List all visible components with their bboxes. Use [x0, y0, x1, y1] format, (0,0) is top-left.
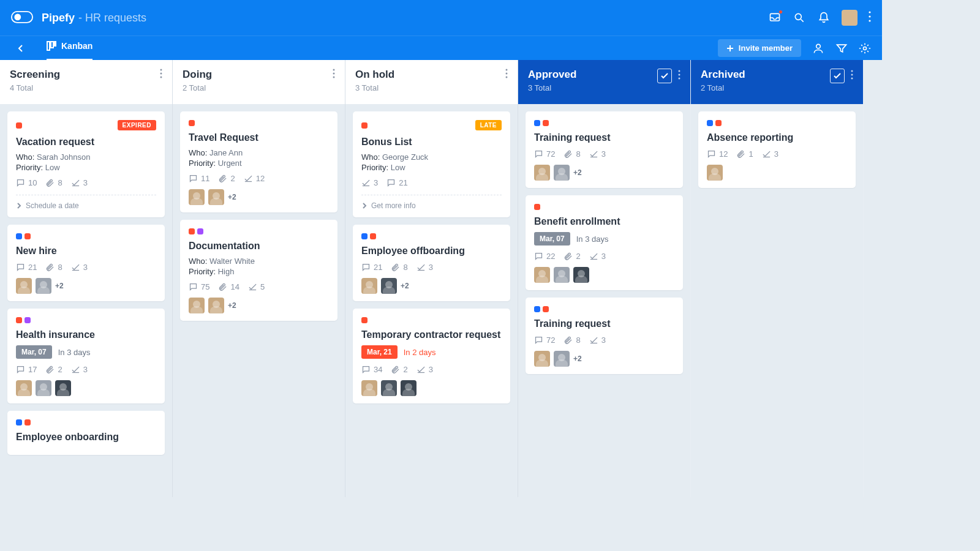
stat-checks: 3: [71, 263, 88, 272]
avatar-stack: +2: [189, 298, 329, 313]
card-labels: [16, 317, 156, 323]
card-stats: 3423: [361, 365, 502, 374]
card-field: Priority: Low: [16, 163, 156, 172]
stat-attachments: 8: [45, 178, 62, 187]
settings-icon[interactable]: [859, 42, 871, 54]
avatar-stack: [16, 380, 156, 396]
stat-checks: 3: [361, 178, 378, 187]
pipe-name: - HR requests: [78, 12, 146, 24]
card-title: Employee offboarding: [361, 246, 502, 257]
card-stats: 2183: [16, 263, 156, 272]
svg-point-24: [851, 70, 853, 72]
stat-comments: 75: [189, 282, 209, 291]
card[interactable]: DocumentationWho: Walter WhitePriority: …: [180, 220, 337, 321]
card[interactable]: Training request7283+2: [526, 298, 683, 374]
card-labels: [534, 120, 674, 126]
card-title: Training request: [534, 318, 674, 329]
svg-point-10: [816, 44, 821, 48]
card[interactable]: Travel RequestWho: Jane AnnPriority: Urg…: [180, 111, 337, 212]
view-tab-label: Kanban: [61, 41, 92, 51]
svg-point-22: [679, 74, 680, 76]
stat-checks: 3: [589, 149, 606, 159]
avatar-stack: +2: [361, 278, 502, 294]
card[interactable]: Benefit enrollmentMar, 07In 3 days2223: [526, 195, 683, 290]
column-header: Approved 3 Total: [518, 60, 690, 104]
card-field: Who: George Zuck: [361, 152, 502, 162]
svg-point-26: [851, 78, 853, 80]
svg-point-12: [160, 69, 162, 71]
card-labels: EXPIRED: [16, 120, 156, 130]
view-tab-kanban[interactable]: Kanban: [47, 36, 92, 61]
card-labels: [189, 120, 329, 126]
card-stats: 321: [361, 178, 502, 187]
invite-member-button[interactable]: Invite member: [718, 39, 801, 57]
avatar: [36, 380, 51, 396]
card[interactable]: Training request7283+2: [526, 111, 683, 188]
svg-point-18: [506, 69, 508, 71]
avatar: [189, 189, 205, 205]
status-tag: LATE: [475, 120, 502, 130]
column-menu-icon[interactable]: [851, 70, 853, 82]
bell-icon[interactable]: [817, 11, 831, 24]
avatar-stack: +2: [534, 351, 674, 367]
card[interactable]: EXPIREDVacation requestWho: Sarah Johnso…: [7, 111, 165, 217]
avatar-stack: [361, 380, 502, 396]
stat-checks: 3: [71, 365, 88, 374]
status-tag: EXPIRED: [118, 120, 156, 130]
avatar: [189, 298, 205, 313]
overflow-menu-icon[interactable]: [869, 11, 871, 24]
card[interactable]: New hire2183+2: [7, 225, 165, 301]
avatar-stack: [534, 267, 674, 283]
column-count: 4 Total: [10, 83, 60, 92]
inbox-icon[interactable]: [768, 11, 782, 24]
svg-point-23: [679, 78, 680, 80]
card-field: Priority: Low: [361, 163, 502, 172]
column-header: Archived 2 Total: [691, 60, 863, 104]
card-stats: 1083: [16, 178, 156, 187]
card[interactable]: Temporary contractor requestMar, 21In 2 …: [353, 309, 510, 403]
card[interactable]: Employee onboarding: [7, 411, 165, 455]
stat-comments: 21: [386, 178, 407, 187]
label-dot: [16, 419, 22, 425]
column-title: Archived: [701, 69, 745, 81]
stat-comments: 21: [16, 263, 37, 272]
card[interactable]: Employee offboarding2183+2: [353, 225, 510, 301]
stat-checks: 3: [71, 178, 88, 187]
card[interactable]: LATEBonus ListWho: George ZuckPriority: …: [353, 111, 510, 217]
card[interactable]: Absence reporting1213: [698, 111, 856, 188]
column-menu-icon[interactable]: [678, 70, 680, 82]
back-button[interactable]: [11, 44, 29, 53]
card[interactable]: Health insuranceMar, 07In 3 days1723: [7, 309, 165, 403]
topbar: Pipefy - HR requests: [0, 0, 882, 36]
avatar: [534, 267, 550, 283]
avatar-more: +2: [55, 282, 64, 290]
card-action[interactable]: Schedule a date: [16, 195, 156, 210]
column-menu-icon[interactable]: [333, 69, 335, 78]
column: Approved 3 Total Training request7283+2B…: [518, 60, 691, 497]
column-menu-icon[interactable]: [160, 69, 162, 78]
card-title: Health insurance: [16, 329, 156, 340]
label-dot: [707, 120, 713, 126]
label-dot: [534, 306, 540, 312]
column-menu-icon[interactable]: [505, 69, 508, 78]
svg-point-25: [851, 74, 853, 76]
stat-comments: 72: [534, 335, 555, 345]
search-icon[interactable]: [793, 11, 806, 24]
svg-rect-7: [47, 42, 50, 50]
logo-icon: [11, 11, 33, 24]
avatar-stack: +2: [189, 189, 329, 205]
label-dot: [370, 233, 376, 239]
card-action[interactable]: Get more info: [361, 195, 502, 210]
stat-comments: 12: [707, 149, 728, 159]
card-stats: 1723: [16, 365, 156, 374]
stat-attachments: 2: [218, 174, 235, 183]
card-stats: 11212: [189, 174, 329, 183]
label-dot: [534, 204, 540, 210]
members-icon[interactable]: [812, 42, 824, 54]
filter-icon[interactable]: [835, 42, 848, 54]
user-avatar[interactable]: [842, 10, 858, 26]
avatar: [55, 380, 71, 396]
card-labels: [361, 317, 502, 323]
stat-comments: 11: [189, 174, 209, 183]
avatar: [381, 278, 397, 294]
